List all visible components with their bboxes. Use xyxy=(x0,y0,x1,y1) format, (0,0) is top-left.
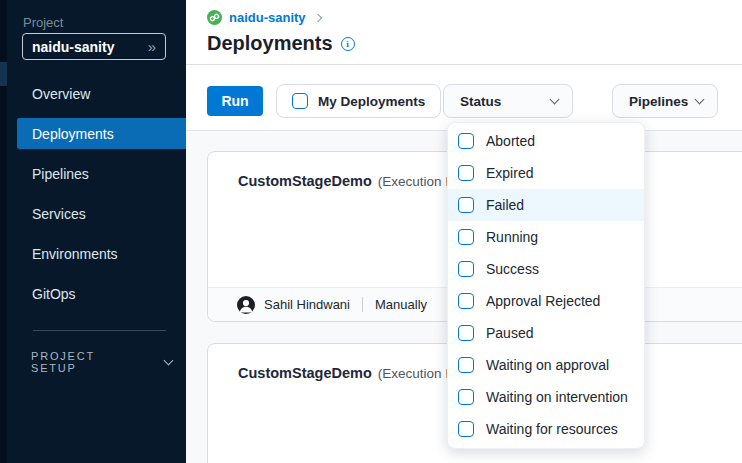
info-icon[interactable] xyxy=(341,37,355,51)
pipeline-name[interactable]: CustomStageDemo xyxy=(238,365,372,381)
menu-item-label: Waiting on approval xyxy=(486,357,609,373)
menu-checkbox[interactable] xyxy=(458,133,474,149)
menu-item-aborted[interactable]: Aborted xyxy=(448,125,644,157)
sidebar-item-deployments[interactable]: Deployments xyxy=(17,118,186,149)
pipelines-filter-dropdown[interactable]: Pipelines xyxy=(612,84,718,118)
status-filter-menu: Aborted Expired Failed Running Success A… xyxy=(447,122,645,449)
sidebar-item-pipelines[interactable]: Pipelines xyxy=(17,158,186,189)
chevron-down-icon xyxy=(695,94,705,104)
pipeline-name[interactable]: CustomStageDemo xyxy=(238,173,372,189)
menu-item-label: Aborted xyxy=(486,133,535,149)
menu-checkbox[interactable] xyxy=(458,357,474,373)
menu-item-expired[interactable]: Expired xyxy=(448,157,644,189)
menu-item-approval-rejected[interactable]: Approval Rejected xyxy=(448,285,644,317)
menu-checkbox[interactable] xyxy=(458,165,474,181)
my-deployments-filter[interactable]: My Deployments xyxy=(276,84,441,118)
sidebar-item-gitops[interactable]: GitOps xyxy=(17,278,186,309)
project-selector-value: naidu-sanity xyxy=(32,39,114,55)
menu-checkbox[interactable] xyxy=(458,325,474,341)
project-setup-toggle[interactable]: PROJECT SETUP xyxy=(31,350,172,374)
sidebar-item-label: Services xyxy=(32,206,86,222)
sidebar: Project naidu-sanity » Overview Deployme… xyxy=(7,0,186,463)
deployment-card-title-row: CustomStageDemo (Execution Id xyxy=(238,173,457,189)
project-label: Project xyxy=(23,15,63,30)
status-filter-label: Status xyxy=(460,94,501,109)
menu-item-label: Waiting on intervention xyxy=(486,389,628,405)
menu-item-waiting-on-intervention[interactable]: Waiting on intervention xyxy=(448,381,644,413)
triggered-by-user: Sahil Hindwani xyxy=(264,297,350,312)
sidebar-item-environments[interactable]: Environments xyxy=(17,238,186,269)
expand-project-icon[interactable]: » xyxy=(148,38,156,55)
deployment-card-title-row: CustomStageDemo (Execution Id xyxy=(238,365,457,381)
breadcrumb-chevron-icon xyxy=(313,13,321,21)
sidebar-item-overview[interactable]: Overview xyxy=(17,78,186,109)
menu-item-paused[interactable]: Paused xyxy=(448,317,644,349)
sidebar-item-label: GitOps xyxy=(32,286,76,302)
chevron-down-icon xyxy=(550,94,560,104)
menu-item-label: Approval Rejected xyxy=(486,293,600,309)
page-header: naidu-sanity Deployments xyxy=(186,0,742,65)
module-nav-strip xyxy=(0,0,7,463)
menu-checkbox[interactable] xyxy=(458,229,474,245)
menu-checkbox[interactable] xyxy=(458,197,474,213)
menu-item-waiting-for-resources[interactable]: Waiting for resources xyxy=(448,413,644,445)
menu-item-label: Failed xyxy=(486,197,524,213)
pipelines-filter-label: Pipelines xyxy=(629,94,688,109)
sidebar-divider xyxy=(33,330,166,331)
breadcrumb-project-link[interactable]: naidu-sanity xyxy=(229,10,306,25)
menu-item-label: Waiting for resources xyxy=(486,421,618,437)
run-button[interactable]: Run xyxy=(207,86,263,116)
my-deployments-label: My Deployments xyxy=(318,94,425,109)
menu-checkbox[interactable] xyxy=(458,261,474,277)
sidebar-item-label: Pipelines xyxy=(32,166,89,182)
footer-divider xyxy=(362,297,363,312)
status-filter-dropdown[interactable]: Status xyxy=(443,84,573,118)
menu-item-failed[interactable]: Failed xyxy=(448,189,644,221)
menu-checkbox[interactable] xyxy=(458,293,474,309)
sidebar-nav: Overview Deployments Pipelines Services … xyxy=(7,78,186,318)
sidebar-item-label: Overview xyxy=(32,86,90,102)
menu-item-label: Success xyxy=(486,261,539,277)
execution-id-caption: (Execution Id xyxy=(378,366,457,381)
page-title: Deployments xyxy=(207,32,333,55)
project-setup-label: PROJECT SETUP xyxy=(31,350,143,374)
chevron-down-icon xyxy=(164,355,174,365)
sidebar-item-label: Environments xyxy=(32,246,118,262)
menu-item-running[interactable]: Running xyxy=(448,221,644,253)
execution-id-caption: (Execution Id xyxy=(378,174,457,189)
menu-item-success[interactable]: Success xyxy=(448,253,644,285)
menu-item-label: Expired xyxy=(486,165,533,181)
cd-module-icon xyxy=(207,10,222,25)
sidebar-item-services[interactable]: Services xyxy=(17,198,186,229)
module-nav-indicator xyxy=(0,62,7,86)
breadcrumb: naidu-sanity xyxy=(207,10,321,25)
page-title-row: Deployments xyxy=(207,32,355,55)
menu-item-waiting-on-approval[interactable]: Waiting on approval xyxy=(448,349,644,381)
menu-checkbox[interactable] xyxy=(458,421,474,437)
trigger-type: Manually xyxy=(375,297,427,312)
menu-checkbox[interactable] xyxy=(458,389,474,405)
sidebar-item-label: Deployments xyxy=(32,126,114,142)
menu-item-label: Running xyxy=(486,229,538,245)
project-selector[interactable]: naidu-sanity » xyxy=(22,33,166,60)
user-avatar-icon xyxy=(237,296,255,314)
my-deployments-checkbox[interactable] xyxy=(292,93,308,109)
menu-item-label: Paused xyxy=(486,325,533,341)
